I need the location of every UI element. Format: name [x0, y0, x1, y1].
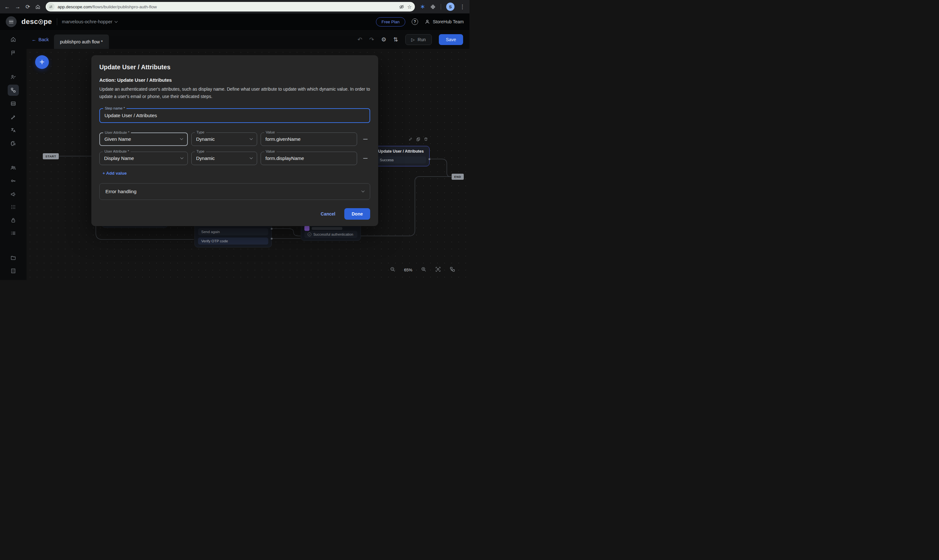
- url-text: app.descope.com/flows/builder/publishpro…: [57, 5, 157, 9]
- sidebar-item-connectors[interactable]: [8, 138, 19, 149]
- value-input[interactable]: Value form.displayName: [261, 152, 357, 165]
- sidebar-item-access-keys[interactable]: [8, 175, 19, 186]
- value-label: Value: [264, 130, 277, 134]
- megaphone-icon: [10, 191, 16, 197]
- success-label: Success: [380, 158, 394, 162]
- team-selector[interactable]: StoreHub Team: [425, 19, 464, 25]
- settings-gear-icon[interactable]: ⚙: [381, 37, 386, 43]
- connector-port[interactable]: [271, 228, 272, 229]
- project-name: marvelous-ochre-hopper: [62, 19, 112, 24]
- reload-icon[interactable]: ⟳: [26, 4, 30, 9]
- project-selector[interactable]: marvelous-ochre-hopper: [62, 19, 117, 24]
- url-path: /flows/builder/publishpro-auth-flow: [92, 5, 157, 9]
- type-label: Type: [195, 130, 206, 134]
- back-icon[interactable]: ←: [5, 4, 10, 9]
- back-button[interactable]: ← Back: [32, 37, 49, 42]
- dialog-subtitle: Action: Update User / Attributes: [99, 77, 370, 83]
- eye-off-icon[interactable]: [399, 4, 404, 9]
- dialog-footer: Cancel Done: [99, 208, 370, 220]
- auto-layout-icon[interactable]: [449, 266, 456, 274]
- remove-row-button[interactable]: [360, 154, 370, 163]
- flow-builder-icon: [10, 87, 16, 93]
- done-button[interactable]: Done: [344, 208, 370, 220]
- otp-send-again-button[interactable]: Send again: [198, 228, 268, 235]
- extension-asterisk-icon[interactable]: [420, 4, 425, 9]
- zoom-out-icon[interactable]: [389, 266, 396, 274]
- copy-icon[interactable]: [416, 137, 420, 141]
- sidebar-item-localization[interactable]: [8, 125, 19, 136]
- zoom-level[interactable]: 65%: [404, 268, 413, 272]
- error-handling-accordion[interactable]: Error handling: [99, 183, 370, 200]
- step-name-value: Update User / Attributes: [105, 113, 157, 118]
- site-info-icon[interactable]: [47, 3, 55, 11]
- sidebar-item-authentication[interactable]: [8, 72, 19, 83]
- sidebar-item-logs[interactable]: [8, 228, 19, 239]
- bookmark-star-icon[interactable]: ☆: [407, 4, 412, 10]
- import-export-icon[interactable]: ⇅: [394, 37, 398, 43]
- user-attribute-select[interactable]: User Attribute * Display Name: [99, 152, 188, 165]
- chrome-menu-icon[interactable]: ⋮: [460, 4, 465, 9]
- redo-icon[interactable]: ↷: [369, 37, 374, 43]
- start-node[interactable]: START: [43, 153, 59, 159]
- browser-bar: ← → ⟳ app.descope.com/flows/builder/publ…: [0, 0, 469, 14]
- help-icon[interactable]: ?: [412, 18, 418, 25]
- user-attribute-select[interactable]: User Attribute * Given Name: [99, 132, 188, 146]
- list-icon: [10, 230, 16, 236]
- run-button[interactable]: ▷ Run: [405, 34, 432, 45]
- update-user-attributes-dialog: Update User / Attributes Action: Update …: [91, 55, 378, 226]
- toolbar-right: ↶ ↷ ⚙ ⇅ ▷ Run Save: [357, 34, 463, 45]
- add-value-button[interactable]: + Add value: [103, 171, 127, 175]
- successful-authentication-row[interactable]: ✓ Successful authentication: [304, 231, 357, 238]
- sidebar-item-security[interactable]: [8, 215, 19, 226]
- sidebar-item-users[interactable]: [8, 162, 19, 173]
- user-attribute-value: Given Name: [105, 136, 131, 142]
- hamburger-menu-button[interactable]: [6, 16, 17, 27]
- type-value: Dynamic: [196, 136, 215, 142]
- sidebar-item-tables[interactable]: [8, 98, 19, 109]
- user-attribute-value: Display Name: [104, 155, 134, 161]
- forward-icon[interactable]: →: [15, 4, 20, 9]
- node-success-port[interactable]: ✓ Success: [371, 157, 426, 163]
- end-node[interactable]: END: [452, 174, 464, 180]
- cancel-button[interactable]: Cancel: [321, 211, 336, 217]
- sidebar-item-getting-started[interactable]: [8, 47, 19, 58]
- undo-icon[interactable]: ↶: [357, 37, 362, 43]
- dialog-description: Update an authenticated user's attribute…: [99, 86, 370, 101]
- plan-badge[interactable]: Free Plan: [376, 17, 405, 26]
- step-name-field[interactable]: Step name * Update User / Attributes: [99, 108, 370, 123]
- sidebar-item-styles[interactable]: [8, 111, 19, 123]
- flag-icon: [10, 50, 16, 56]
- fit-view-icon[interactable]: [435, 266, 441, 274]
- zoom-in-icon[interactable]: [421, 266, 427, 274]
- sidebar-item-company[interactable]: [8, 265, 19, 277]
- connector-port[interactable]: [271, 238, 272, 240]
- sidebar-item-flows[interactable]: [8, 85, 19, 96]
- url-domain: app.descope.com: [57, 5, 92, 9]
- sidebar-item-project[interactable]: [8, 252, 19, 263]
- profile-avatar[interactable]: S: [446, 3, 454, 11]
- edit-pencil-icon[interactable]: [408, 137, 413, 141]
- connector-port[interactable]: [429, 158, 430, 160]
- home-icon[interactable]: [35, 4, 40, 9]
- chevron-down-icon: [250, 156, 253, 159]
- tab-publishpro-auth-flow[interactable]: publishpro auth flow *: [54, 34, 109, 49]
- save-button[interactable]: Save: [439, 34, 463, 45]
- otp-verify-button[interactable]: Verify OTP code: [198, 237, 268, 245]
- value-input[interactable]: Value form.givenName: [261, 132, 357, 146]
- node-title: Update User / Attributes: [371, 149, 426, 154]
- minus-icon: [363, 139, 368, 140]
- sidebar-item-home[interactable]: [8, 34, 19, 45]
- node-title: [304, 226, 357, 231]
- remove-row-button[interactable]: [360, 134, 370, 144]
- sidebar-item-audit[interactable]: [8, 189, 19, 200]
- extensions-puzzle-icon[interactable]: [430, 4, 436, 9]
- type-select[interactable]: Type Dynamic: [191, 132, 257, 146]
- trash-icon[interactable]: [424, 137, 428, 141]
- key-icon: [10, 178, 16, 184]
- add-node-button[interactable]: +: [35, 55, 49, 69]
- sidebar-item-applications[interactable]: [8, 202, 19, 212]
- url-bar[interactable]: app.descope.com/flows/builder/publishpro…: [46, 2, 415, 11]
- type-select[interactable]: Type Dynamic: [191, 152, 257, 165]
- value-label: Value: [264, 149, 277, 153]
- run-label: Run: [417, 37, 426, 42]
